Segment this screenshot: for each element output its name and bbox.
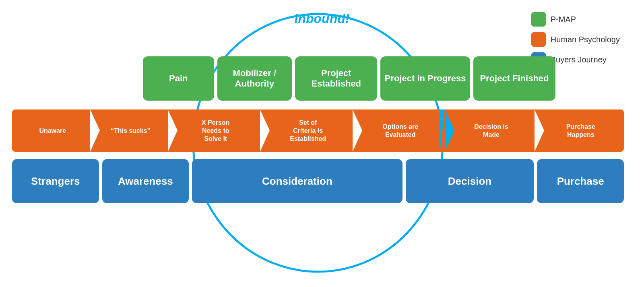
legend-item-psychology: Human Psychology [531, 32, 620, 47]
arrow-x-person: X Person Needs to Solve It [168, 109, 260, 152]
legend-item-pmap: P-MAP [531, 12, 620, 27]
green-box-mobilizer: Mobilizer / Authority [217, 56, 292, 101]
main-container: P-MAP Human Psychology Buyers Journey In… [0, 0, 644, 287]
arrow-this-sucks: “This sucks” [90, 109, 168, 152]
legend-color-psychology [531, 32, 546, 47]
arrow-unaware: Unaware [12, 109, 90, 152]
legend-color-pmap [531, 12, 546, 27]
arrow-options-evaluated: Options are Evaluated [353, 109, 445, 152]
blue-box-consideration: Consideration [192, 159, 402, 203]
blue-box-decision: Decision [406, 159, 534, 203]
green-box-pain: Pain [143, 56, 214, 101]
green-row: Pain Mobilizer / Authority Project Estab… [32, 56, 555, 101]
arrow-decision-made: Decision is Made [445, 109, 534, 152]
inbound-label: Inbound! [295, 11, 350, 26]
arrow-purchase-happens: Purchase Happens [535, 109, 624, 152]
blue-box-awareness: Awareness [102, 159, 189, 203]
blue-row: Strangers Awareness Consideration Decisi… [12, 159, 624, 203]
legend-label-psychology: Human Psychology [551, 35, 620, 44]
legend-label-pmap: P-MAP [551, 15, 576, 24]
orange-row: Unaware “This sucks” X Person Needs to S… [12, 109, 624, 152]
blue-box-strangers: Strangers [12, 159, 99, 203]
blue-box-purchase: Purchase [537, 159, 624, 203]
legend-label-buyers: Buyers Journey [551, 55, 607, 64]
green-box-established: Project Established [295, 56, 377, 101]
green-box-progress: Project in Progress [380, 56, 470, 101]
arrows-chain: Unaware “This sucks” X Person Needs to S… [12, 109, 624, 152]
green-box-finished: Project Finished [473, 56, 555, 101]
arrow-set-criteria: Set of Criteria is Established [260, 109, 352, 152]
